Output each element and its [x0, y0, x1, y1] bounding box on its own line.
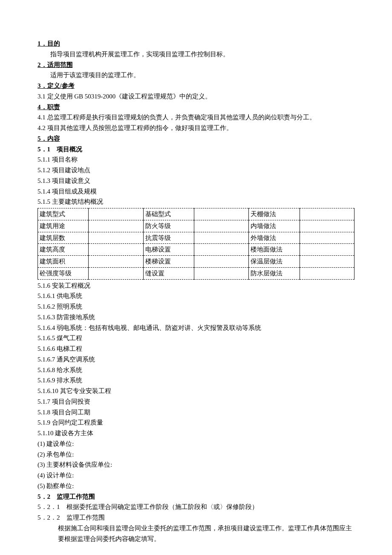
- cell-value: [300, 220, 354, 232]
- table-row: 建筑层数 抗震等级 外墙做法: [38, 232, 355, 244]
- section-2-body: 适用于该监理项目的监理工作。: [37, 70, 355, 81]
- cell-value: [89, 267, 143, 279]
- cell-value: [89, 220, 143, 232]
- cell-label: 基础型式: [143, 208, 194, 220]
- cell-label: 抗震等级: [143, 232, 194, 244]
- item-5-1-6-3: 5.1.6.3 防雷接地系统: [37, 312, 355, 323]
- item-5-1-2: 5.1.2 项目建设地点: [37, 165, 355, 176]
- item-5-1-6-9: 5.1.6.9 排水系统: [37, 375, 355, 386]
- cell-label: 防水层做法: [249, 267, 300, 279]
- item-5-1-8: 5.1.8 项目合同工期: [37, 407, 355, 418]
- item-5-2-1: 5．2．1 根据委托监理合同确定监理工作阶段（施工阶段和〈或〉保修阶段）: [37, 502, 355, 512]
- table-row: 建筑面积 楼梯设置 保温层做法: [38, 256, 355, 268]
- section-1-title: 1．目的: [37, 38, 355, 49]
- cell-label: 内墙做法: [249, 220, 300, 232]
- item-5-1-6-1: 5.1.6.1 供电系统: [37, 291, 355, 301]
- cell-label: 电梯设置: [143, 244, 194, 256]
- cell-label: 楼地面做法: [249, 244, 300, 256]
- cell-label: 建筑层数: [38, 232, 89, 244]
- party-4: (4) 设计单位:: [37, 470, 355, 481]
- cell-label: 防火等级: [143, 220, 194, 232]
- cell-value: [300, 208, 354, 220]
- item-5-1-6-5: 5.1.6.5 煤气工程: [37, 333, 355, 344]
- cell-value: [300, 256, 354, 268]
- item-5-1-5: 5.1.5 主要建筑结构概况: [37, 197, 355, 207]
- cell-label: 楼梯设置: [143, 256, 194, 268]
- party-3: (3) 主要材料设备供应单位:: [37, 460, 355, 470]
- item-5-1-6-7: 5.1.6.7 通风空调系统: [37, 354, 355, 365]
- cell-value: [300, 244, 354, 256]
- item-5-1-7: 5.1.7 项目合同投资: [37, 396, 355, 407]
- item-5-1-6-2: 5.1.6.2 照明系统: [37, 301, 355, 312]
- item-5-1-10: 5.1.10 建设各方主体: [37, 428, 355, 439]
- item-5-1-9: 5.1.9 合同约定工程质量: [37, 417, 355, 428]
- cell-value: [89, 208, 143, 220]
- cell-value: [89, 232, 143, 244]
- section-2-title: 2．适用范围: [37, 60, 355, 70]
- cell-label: 外墙做法: [249, 232, 300, 244]
- cell-label: 缝设置: [143, 267, 194, 279]
- section-5-2-title: 5．2 监理工作范围: [37, 491, 355, 502]
- section-5-2-body: 根据施工合同和项目监理合同业主委托的监理工作范围，承担项目建设监理工作。监理工作…: [37, 523, 355, 544]
- item-5-1-4: 5.1.4 项目组成及规模: [37, 186, 355, 197]
- section-4-item-1: 4.1 总监理工程师是执行项目监理规划的负责人，并负责确定项目其他监理人员的岗位…: [37, 112, 355, 123]
- section-5-1-title: 5．1 项目概况: [37, 144, 355, 155]
- item-5-1-6-8: 5.1.6.8 给水系统: [37, 365, 355, 376]
- section-3-title: 3．定义/参考: [37, 81, 355, 91]
- item-5-1-6-6: 5.1.6.6 电梯工程: [37, 344, 355, 354]
- section-4-item-2: 4.2 项目其他监理人员按照总监理工程师的指令，做好项目监理工作。: [37, 123, 355, 133]
- cell-value: [194, 256, 248, 268]
- party-1: (1) 建设单位:: [37, 439, 355, 449]
- cell-value: [194, 220, 248, 232]
- cell-label: 砼强度等级: [38, 267, 89, 279]
- item-5-1-1: 5.1.1 项目名称: [37, 154, 355, 165]
- cell-value: [300, 232, 354, 244]
- party-2: (2) 承包单位:: [37, 449, 355, 460]
- cell-label: 建筑型式: [38, 208, 89, 220]
- table-row: 建筑型式 基础型式 天棚做法: [38, 208, 355, 220]
- table-row: 砼强度等级 缝设置 防水层做法: [38, 267, 355, 279]
- cell-value: [300, 267, 354, 279]
- item-5-1-6: 5.1.6 安装工程概况: [37, 280, 355, 291]
- table-row: 建筑高度 电梯设置 楼地面做法: [38, 244, 355, 256]
- cell-label: 天棚做法: [249, 208, 300, 220]
- cell-value: [194, 208, 248, 220]
- section-3-item-1: 3.1 定义使用 GB 50319-2000《建设工程监理规范》中的定义。: [37, 91, 355, 102]
- item-5-1-3: 5.1.3 项目建设意义: [37, 176, 355, 186]
- cell-value: [194, 267, 248, 279]
- item-5-1-6-4: 5.1.6.4 弱电系统：包括有线电视、邮电通讯、防盗对讲、火灾报警及联动等系统: [37, 323, 355, 333]
- cell-label: 建筑面积: [38, 256, 89, 268]
- cell-value: [194, 244, 248, 256]
- building-structure-table: 建筑型式 基础型式 天棚做法 建筑用途 防火等级 内墙做法 建筑层数 抗震等级 …: [37, 208, 355, 280]
- item-5-2-2: 5．2．2 监理工作范围: [37, 512, 355, 523]
- section-4-title: 4．职责: [37, 102, 355, 113]
- cell-value: [194, 232, 248, 244]
- section-5-title: 5．内容: [37, 133, 355, 144]
- table-row: 建筑用途 防火等级 内墙做法: [38, 220, 355, 232]
- cell-value: [89, 244, 143, 256]
- cell-value: [89, 256, 143, 268]
- cell-label: 保温层做法: [249, 256, 300, 268]
- cell-label: 建筑用途: [38, 220, 89, 232]
- section-1-body: 指导项目监理机构开展监理工作，实现项目监理工作控制目标。: [37, 49, 355, 60]
- cell-label: 建筑高度: [38, 244, 89, 256]
- item-5-1-6-10: 5.1.6.10 其它专业安装工程: [37, 386, 355, 396]
- party-5: (5) 勘察单位:: [37, 481, 355, 491]
